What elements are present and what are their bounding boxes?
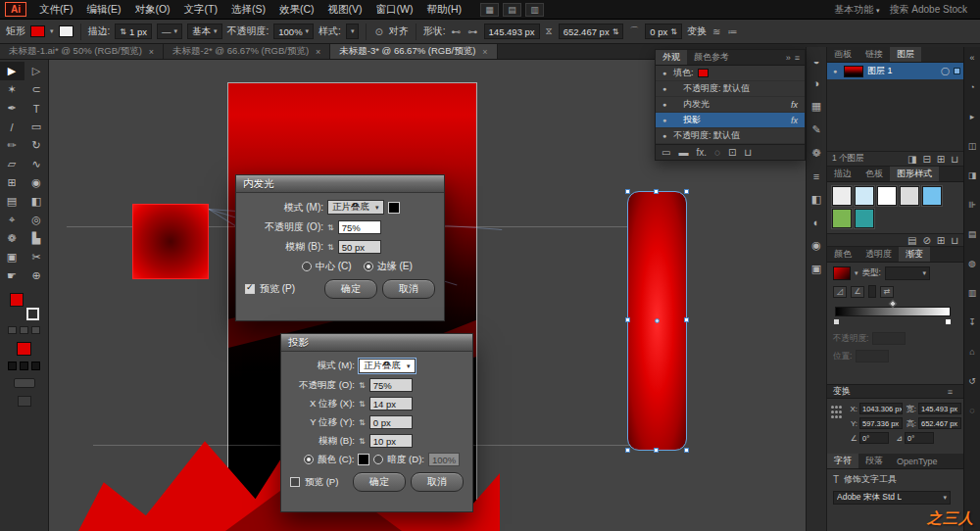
width-field[interactable]: 145.493 px <box>918 403 961 414</box>
color-panel-icon[interactable]: ◒ <box>813 55 820 67</box>
document-grid-icon[interactable]: ▤ <box>503 3 521 17</box>
dialog-titlebar[interactable]: 投影 <box>281 334 472 352</box>
column-graph-tool[interactable]: ▙ <box>24 229 49 248</box>
fx-badge[interactable]: fx <box>791 116 801 125</box>
transparency-panel-icon[interactable]: ◐ <box>813 217 820 228</box>
shape-width-field[interactable]: 145.493 px <box>484 24 540 39</box>
opacity-input[interactable]: 75% <box>369 378 413 392</box>
magic-wand-tool[interactable]: ✶ <box>0 80 24 99</box>
stock-search[interactable]: 搜索 Adobe Stock <box>890 3 967 17</box>
y-field[interactable]: 597.336 px <box>859 417 903 429</box>
symbol-sprayer-tool[interactable]: ❁ <box>0 229 24 248</box>
draw-behind-icon[interactable] <box>20 362 28 370</box>
shape-height-field[interactable]: 652.467 px⇅ <box>559 24 624 39</box>
blur-input[interactable]: 50 px <box>338 240 381 254</box>
visibility-eye-icon[interactable]: ● <box>660 132 669 139</box>
rotate-tool[interactable]: ↻ <box>24 136 49 155</box>
x-offset-input[interactable]: 14 px <box>369 397 413 410</box>
preview-checkbox[interactable] <box>290 477 300 487</box>
scale-tool[interactable]: ▱ <box>0 155 24 173</box>
collapse-panel-icon[interactable]: » <box>786 53 791 63</box>
edge-radio[interactable] <box>364 262 373 271</box>
graphic-style-thumb[interactable] <box>832 186 852 206</box>
selection-tool[interactable]: ▶ <box>0 62 24 80</box>
link-dimensions-icon[interactable]: ⧖ <box>545 25 554 37</box>
direct-selection-tool[interactable]: ▷ <box>24 62 49 80</box>
selection-handle[interactable] <box>625 189 630 194</box>
appearance-row[interactable]: ●填色: <box>656 66 805 81</box>
zoom-tool[interactable]: ⊕ <box>24 266 49 285</box>
width-profile-select[interactable]: —▾ <box>157 24 182 39</box>
actions-panel-icon[interactable]: ▸ <box>970 112 975 121</box>
layer-target-icon[interactable]: ◯ <box>941 67 950 75</box>
isolate-object-icon[interactable]: ≋ <box>711 26 721 37</box>
reference-point-selector[interactable] <box>831 406 842 419</box>
style-select[interactable]: ▾ <box>346 24 360 39</box>
graphic-style-thumb[interactable] <box>877 186 897 206</box>
selection-handle[interactable] <box>684 189 689 194</box>
add-fill-icon[interactable]: ▬ <box>678 147 688 158</box>
eyedropper-tool[interactable]: ⌖ <box>0 211 24 229</box>
add-effect-icon[interactable]: fx. <box>696 147 707 158</box>
width-tool[interactable]: ∿ <box>24 155 49 173</box>
corner-radius-field[interactable]: 0 px⇅ <box>645 24 682 39</box>
make-clipping-mask-icon[interactable]: ◨ <box>907 154 916 165</box>
layer-name[interactable]: 图层 1 <box>867 65 893 77</box>
arrange-documents-icon[interactable]: ▦ <box>480 3 499 17</box>
cancel-button[interactable]: 取消 <box>382 279 435 299</box>
blur-input[interactable]: 10 px <box>369 434 413 448</box>
y-offset-input[interactable]: 0 px <box>369 415 413 429</box>
menu-item[interactable]: 文件(F) <box>32 1 79 19</box>
visibility-eye-icon[interactable]: ● <box>660 85 669 92</box>
appearance-row[interactable]: ●投影fx <box>656 113 805 128</box>
collapse-panels-icon[interactable]: « <box>969 53 974 63</box>
gradient-stop-right[interactable] <box>945 318 952 325</box>
stepper-icon[interactable]: ⇅ <box>327 243 334 252</box>
reverse-gradient-icon[interactable]: ⇄ <box>880 286 894 298</box>
clear-appearance-icon[interactable]: ◌ <box>714 147 720 158</box>
blend-mode-select[interactable]: 正片叠底▾ <box>327 200 384 215</box>
gradient-bar[interactable] <box>835 307 951 316</box>
appearance-panel-icon[interactable]: ◉ <box>811 239 821 252</box>
visibility-eye-icon[interactable]: ● <box>660 70 669 76</box>
close-tab-icon[interactable]: × <box>482 47 487 57</box>
shape-builder-tool[interactable]: ◉ <box>24 173 49 192</box>
comments-panel-icon[interactable]: ◌ <box>969 406 974 415</box>
appearance-row[interactable]: ●内发光fx <box>656 97 805 113</box>
shadow-color-swatch[interactable] <box>358 454 369 465</box>
panel-tab[interactable]: 字符 <box>827 454 858 468</box>
brushes-panel-icon[interactable]: ✎ <box>811 123 820 136</box>
panel-tab[interactable]: OpenType <box>890 454 945 468</box>
opacity-input[interactable]: 75% <box>338 220 381 234</box>
color-button[interactable] <box>8 326 17 334</box>
gradient-swatch[interactable] <box>833 266 851 280</box>
selected-rounded-rect[interactable] <box>628 192 686 450</box>
opacity-field[interactable]: 100%▾ <box>273 24 314 39</box>
document-tab[interactable]: 未标题-3* @ 66.67% (RGB/预览)× <box>330 44 497 59</box>
symbols-panel-icon[interactable]: ❁ <box>811 147 820 160</box>
darkness-radio[interactable] <box>373 455 383 464</box>
delete-layer-icon[interactable]: ⊔ <box>951 154 958 165</box>
layer-thumbnail[interactable] <box>844 66 863 77</box>
panel-tab[interactable]: 段落 <box>858 454 890 468</box>
brush-definition-select[interactable]: 基本▾ <box>187 24 222 39</box>
red-rectangle-object[interactable] <box>132 204 209 279</box>
stepper-icon[interactable]: ⇅ <box>359 400 366 409</box>
recolor-artwork-icon[interactable]: ⊙ <box>373 26 383 37</box>
gradient-slider[interactable] <box>833 303 957 328</box>
graphic-style-thumb[interactable] <box>832 209 852 228</box>
drawing-mode-button[interactable] <box>14 378 35 388</box>
menu-item[interactable]: 窗口(W) <box>369 1 420 19</box>
menu-item[interactable]: 文字(T) <box>177 1 224 19</box>
app-logo[interactable]: Ai <box>5 2 26 17</box>
stroke-proxy[interactable] <box>26 308 39 320</box>
visibility-eye-icon[interactable]: ● <box>660 101 669 108</box>
stepper-icon[interactable]: ⇅ <box>359 437 366 446</box>
separations-panel-icon[interactable]: ◍ <box>968 259 976 268</box>
graphic-style-thumb[interactable] <box>855 186 874 206</box>
font-family-select[interactable]: Adobe 宋体 Std L ▾ <box>833 491 951 505</box>
info-panel-icon[interactable]: ◔ <box>969 82 974 92</box>
artboard-tool[interactable]: ▣ <box>0 248 24 266</box>
new-sublayer-icon[interactable]: ⊟ <box>922 154 930 165</box>
screen-mode-icon[interactable]: ▥ <box>525 3 544 17</box>
